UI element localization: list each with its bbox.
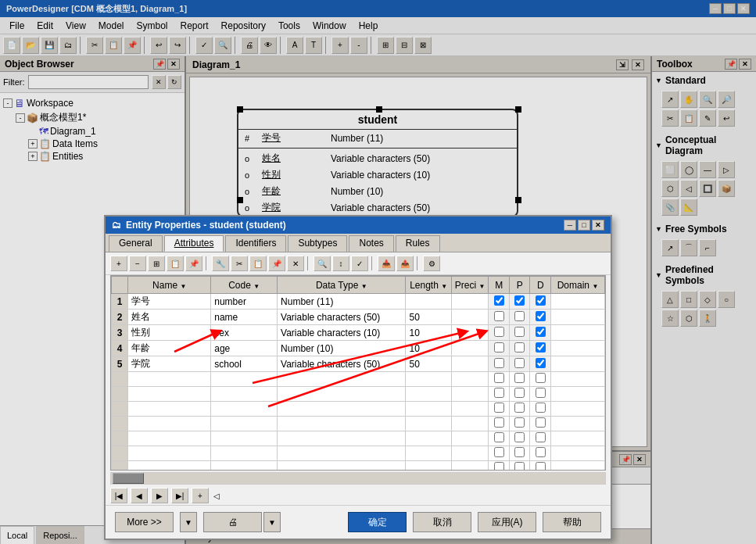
modal-export-button[interactable]: 📤	[396, 256, 414, 271]
modal-sort-button[interactable]: ↕	[332, 256, 349, 271]
row-m[interactable]	[489, 356, 510, 372]
row-domain[interactable]	[550, 341, 604, 356]
more-dropdown-button[interactable]: ▼	[180, 512, 197, 532]
nav-first-button[interactable]: |◀	[110, 488, 127, 503]
row-name[interactable]: 学院	[128, 356, 211, 372]
row-d[interactable]	[530, 310, 551, 325]
row-d[interactable]	[530, 341, 551, 356]
row-domain[interactable]	[550, 325, 604, 341]
row-name[interactable]: 姓名	[128, 310, 211, 325]
nav-next-button[interactable]: ▶	[151, 488, 168, 503]
nav-prev-button[interactable]: ◀	[131, 488, 148, 503]
table-scrollbar[interactable]	[110, 472, 606, 485]
row-length[interactable]	[406, 294, 451, 310]
table-row[interactable]: 1 学号 number Number (11)	[112, 294, 605, 310]
row-code[interactable]: sex	[211, 325, 278, 341]
tab-general[interactable]: General	[109, 235, 163, 252]
col-name-header[interactable]: Name ▼	[128, 277, 211, 294]
modal-add-button[interactable]: +	[110, 256, 127, 271]
scrollbar-thumb[interactable]	[113, 473, 144, 484]
modal-cut-button[interactable]: ✂	[231, 256, 248, 271]
tab-notes[interactable]: Notes	[349, 235, 393, 252]
row-preci[interactable]	[451, 356, 489, 372]
row-domain[interactable]	[550, 356, 604, 372]
row-length[interactable]: 10	[406, 325, 451, 341]
tab-rules[interactable]: Rules	[396, 235, 440, 252]
col-length-header[interactable]: Length ▼	[406, 277, 451, 294]
row-p[interactable]	[509, 310, 530, 325]
tab-attributes[interactable]: Attributes	[164, 235, 224, 252]
modal-copy-button[interactable]: 📋	[167, 256, 184, 271]
col-m-header[interactable]: M	[489, 277, 510, 294]
row-p[interactable]	[509, 341, 530, 356]
col-preci-header[interactable]: Preci ▼	[451, 277, 489, 294]
row-m[interactable]	[489, 310, 510, 325]
row-p[interactable]	[509, 294, 530, 310]
row-length[interactable]: 50	[406, 356, 451, 372]
row-p[interactable]	[509, 325, 530, 341]
more-button[interactable]: More >>	[115, 512, 174, 532]
extra-dropdown-button[interactable]: ▼	[263, 512, 281, 532]
modal-minimize-button[interactable]: ─	[564, 220, 576, 231]
table-row[interactable]: 2 姓名 name Variable characters (50) 50	[112, 310, 605, 325]
row-d[interactable]	[530, 356, 551, 372]
modal-paste-button[interactable]: 📌	[185, 256, 202, 271]
modal-close-button[interactable]: ✕	[592, 220, 604, 231]
row-code[interactable]: age	[211, 341, 278, 356]
row-datatype[interactable]: Number (10)	[278, 341, 406, 356]
row-m[interactable]	[489, 294, 510, 310]
row-name[interactable]: 年龄	[128, 341, 211, 356]
row-domain[interactable]	[550, 294, 604, 310]
modal-copy2-button[interactable]: 📋	[249, 256, 267, 271]
tab-identifiers[interactable]: Identifiers	[225, 235, 286, 252]
row-preci[interactable]	[451, 310, 489, 325]
row-m[interactable]	[489, 325, 510, 341]
row-length[interactable]: 10	[406, 341, 451, 356]
col-code-header[interactable]: Code ▼	[211, 277, 278, 294]
row-code[interactable]: school	[211, 356, 278, 372]
col-p-header[interactable]: P	[509, 277, 530, 294]
table-row[interactable]: 5 学院 school Variable characters (50) 50	[112, 356, 605, 372]
row-code[interactable]: name	[211, 310, 278, 325]
col-datatype-header[interactable]: Data Type ▼	[278, 277, 406, 294]
modal-import-button[interactable]: 📥	[378, 256, 395, 271]
row-preci[interactable]	[451, 294, 489, 310]
row-datatype[interactable]: Variable characters (10)	[278, 325, 406, 341]
nav-last-button[interactable]: ▶|	[171, 488, 188, 503]
row-domain[interactable]	[550, 310, 604, 325]
tab-subtypes[interactable]: Subtypes	[288, 235, 347, 252]
modal-paste2-button[interactable]: 📌	[268, 256, 285, 271]
modal-options-button[interactable]: ⚙	[423, 256, 440, 271]
modal-title-buttons[interactable]: ─ □ ✕	[564, 220, 604, 231]
row-preci[interactable]	[451, 341, 489, 356]
row-name[interactable]: 学号	[128, 294, 211, 310]
modal-check-button[interactable]: ✓	[351, 256, 368, 271]
table-row[interactable]: 3 性别 sex Variable characters (10) 10	[112, 325, 605, 341]
help-button[interactable]: 帮助	[543, 512, 601, 532]
row-datatype[interactable]: Variable characters (50)	[278, 310, 406, 325]
modal-del-button[interactable]: ✕	[287, 256, 304, 271]
col-d-header[interactable]: D	[530, 277, 551, 294]
row-d[interactable]	[530, 294, 551, 310]
row-length[interactable]: 50	[406, 310, 451, 325]
row-m[interactable]	[489, 341, 510, 356]
row-code[interactable]: number	[211, 294, 278, 310]
row-datatype[interactable]: Variable characters (50)	[278, 356, 406, 372]
table-row[interactable]: 4 年龄 age Number (10) 10	[112, 341, 605, 356]
modal-delete-button[interactable]: −	[129, 256, 146, 271]
cancel-button[interactable]: 取消	[413, 512, 471, 532]
col-domain-header[interactable]: Domain ▼	[550, 277, 604, 294]
apply-button[interactable]: 应用(A)	[478, 512, 536, 532]
row-name[interactable]: 性别	[128, 325, 211, 341]
row-d[interactable]	[530, 325, 551, 341]
nav-add-button[interactable]: +	[192, 488, 209, 503]
modal-insert-button[interactable]: ⊞	[148, 256, 165, 271]
row-preci[interactable]	[451, 325, 489, 341]
ok-button[interactable]: 确定	[348, 512, 407, 532]
modal-filter-button[interactable]: 🔍	[314, 256, 331, 271]
row-p[interactable]	[509, 356, 530, 372]
modal-props-button[interactable]: 🔧	[212, 256, 229, 271]
extra-button[interactable]: 🖨	[203, 512, 262, 532]
modal-restore-button[interactable]: □	[578, 220, 590, 231]
row-datatype[interactable]: Number (11)	[278, 294, 406, 310]
